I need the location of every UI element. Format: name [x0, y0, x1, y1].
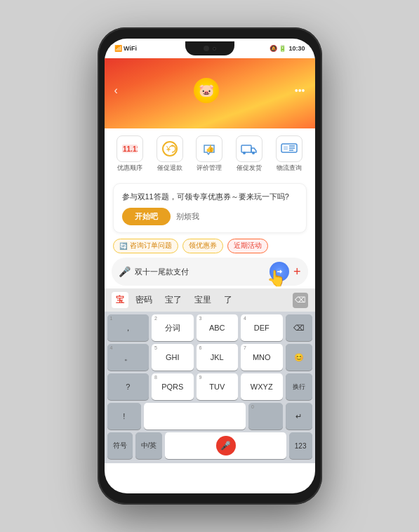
action-discount-order[interactable]: 11.11 优惠顺序 — [112, 135, 148, 172]
keyboard: 1 ， 2 分词 3 ABC 4 DEF ⌫ — [105, 312, 315, 463]
lang-label: 中/英 — [141, 441, 157, 451]
key-question-label: ? — [126, 383, 130, 391]
key-def[interactable]: 4 DEF — [241, 314, 283, 341]
pred-mima[interactable]: 密码 — [130, 292, 158, 308]
ignore-button[interactable]: 别烦我 — [176, 211, 199, 222]
key-fenchi[interactable]: 2 分词 — [152, 314, 194, 341]
svg-text:👍: 👍 — [206, 144, 215, 153]
ship-label: 催促发货 — [237, 164, 262, 172]
quick-actions: 11.11 优惠顺序 ¥ 催促退款 — [105, 128, 315, 178]
start-button[interactable]: 开始吧 — [122, 208, 171, 225]
key-comma[interactable]: 1 ， — [107, 314, 149, 341]
key-enter2-label: ↵ — [295, 412, 302, 421]
promo-text: 参与双11答题，可领专享优惠券～要来玩一下吗? — [122, 191, 298, 203]
pred-le[interactable]: 了 — [218, 292, 238, 308]
enter-button[interactable]: 换行 — [286, 373, 312, 400]
key-pqrs-label: PQRS — [161, 383, 183, 391]
key-question[interactable]: ? — [107, 373, 149, 400]
delete-prediction-button[interactable]: ⌫ — [293, 293, 308, 308]
status-bar: 📶 WiFi 🔕 🔋 10:30 — [105, 39, 315, 58]
keyboard-bottom-row: 符号 中/英 🎤 123 — [105, 430, 315, 463]
space-mic-icon: 🎤 — [216, 436, 236, 455]
logistics-icon — [276, 135, 302, 162]
action-review[interactable]: 👍 评价管理 — [191, 135, 227, 172]
tag-coupon[interactable]: 领优惠券 — [182, 239, 223, 253]
key-zero-label — [262, 411, 270, 422]
keyboard-row-3: ? 8 PQRS 9 TUV WXYZ 换行 — [105, 371, 315, 400]
refund-label: 催促退款 — [157, 164, 182, 172]
key-zero[interactable]: 0 — [248, 403, 282, 430]
input-text[interactable]: 双十一尾款支付 — [135, 267, 265, 277]
key-wxyz-label: WXYZ — [251, 383, 273, 391]
svg-rect-5 — [241, 145, 251, 152]
key-jkl[interactable]: 6 JKL — [197, 344, 239, 371]
key-abc[interactable]: 3 ABC — [197, 314, 239, 341]
discount-order-icon: 11.11 — [117, 135, 143, 162]
keyboard-row-2: 4 。 5 GHI 6 JKL 7 MNO 😊 — [105, 341, 315, 371]
tag-label: 咨询订单问题 — [130, 241, 172, 251]
svg-point-7 — [252, 152, 255, 154]
action-ship[interactable]: 催促发货 — [231, 135, 267, 172]
emoji-button[interactable]: 😊 — [286, 344, 312, 371]
tag-coupon-label: 领优惠券 — [189, 241, 217, 251]
key-mno-label: MNO — [253, 353, 271, 361]
header-nav: ‹ 🐷 ••• — [105, 78, 315, 103]
space-mic-button[interactable]: 🎤 — [165, 432, 286, 459]
key-ghi[interactable]: 5 GHI — [152, 344, 194, 371]
numbers-button[interactable]: 123 — [289, 432, 312, 459]
symbols-label: 符号 — [113, 441, 127, 451]
input-area: 🎤 双十一尾款支付 👆 + — [112, 258, 308, 286]
review-icon: 👍 — [196, 135, 222, 162]
key-def-label: DEF — [254, 324, 270, 332]
promo-card: 参与双11答题，可领专享优惠券～要来玩一下吗? 开始吧 别烦我 — [113, 183, 307, 234]
key-tuv[interactable]: 9 TUV — [197, 373, 239, 400]
action-logistics[interactable]: 物流查询 — [271, 135, 307, 172]
key-comma-label: ， — [124, 323, 132, 333]
ship-icon — [236, 135, 262, 162]
key-ghi-label: GHI — [166, 353, 180, 361]
app-header: ‹ 🐷 ••• — [105, 58, 315, 128]
key-wxyz[interactable]: WXYZ — [241, 373, 283, 400]
pred-baoli[interactable]: 宝里 — [189, 292, 217, 308]
key-pqrs[interactable]: 8 PQRS — [152, 373, 194, 400]
promo-buttons: 开始吧 别烦我 — [122, 208, 298, 225]
phone-screen: 📶 WiFi 🔕 🔋 10:30 ‹ 🐷 ••• — [105, 39, 315, 493]
svg-text:11.11: 11.11 — [123, 145, 138, 153]
key-enter2[interactable]: ↵ — [286, 403, 312, 430]
key-exclaim[interactable]: ! — [107, 403, 141, 430]
tag-row: 🔄 咨询订单问题 领优惠券 近期活动 — [105, 239, 315, 253]
phone-frame: 📶 WiFi 🔕 🔋 10:30 ‹ 🐷 ••• — [98, 27, 322, 505]
battery-icon: 🔕 🔋 — [270, 45, 287, 52]
tag-activity[interactable]: 近期活动 — [227, 239, 268, 253]
key-tuv-label: TUV — [209, 383, 225, 391]
tag-activity-label: 近期活动 — [234, 241, 262, 251]
review-label: 评价管理 — [197, 164, 222, 172]
tag-consult[interactable]: 🔄 咨询订单问题 — [113, 239, 178, 253]
key-mno[interactable]: 7 MNO — [241, 344, 283, 371]
plus-button[interactable]: + — [293, 265, 301, 279]
tag-icon: 🔄 — [119, 242, 128, 250]
mascot-icon: 🐷 — [194, 78, 219, 103]
prediction-bar: 宝 密码 宝了 宝里 了 ⌫ — [105, 288, 315, 312]
action-refund[interactable]: ¥ 催促退款 — [152, 135, 188, 172]
lang-button[interactable]: 中/英 — [135, 432, 163, 459]
notch-area: 📶 WiFi 🔕 🔋 10:30 — [105, 39, 315, 58]
svg-text:¥: ¥ — [166, 145, 171, 153]
logistics-label: 物流查询 — [277, 164, 302, 172]
key-space-wide[interactable] — [144, 403, 246, 430]
key-jkl-label: JKL — [211, 353, 224, 361]
signal-status: 📶 WiFi — [114, 45, 137, 52]
pred-bao[interactable]: 宝 — [112, 292, 128, 308]
key-exclaim-label: ! — [123, 412, 125, 420]
key-period[interactable]: 4 。 — [107, 344, 149, 371]
back-button[interactable]: ‹ — [114, 84, 118, 97]
svg-point-6 — [243, 152, 246, 154]
delete-button[interactable]: ⌫ — [286, 314, 312, 341]
symbols-button[interactable]: 符号 — [107, 432, 133, 459]
discount-order-label: 优惠顺序 — [117, 164, 142, 172]
clock: 10:30 — [288, 45, 305, 52]
more-button[interactable]: ••• — [295, 85, 305, 96]
pred-baole[interactable]: 宝了 — [159, 292, 187, 308]
mic-button[interactable]: 🎤 — [119, 266, 131, 277]
svg-rect-9 — [284, 146, 288, 150]
